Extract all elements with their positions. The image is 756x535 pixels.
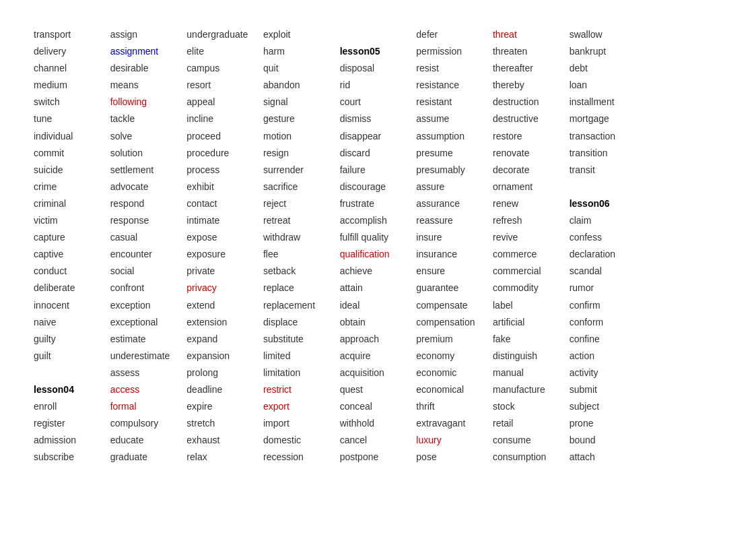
word-item: economical: [416, 382, 493, 398]
column-5: lesson05disposalridcourtdismissdisappear…: [340, 27, 417, 465]
word-item: activity: [570, 365, 646, 381]
word-item: expire: [186, 399, 263, 414]
word-item: campus: [186, 61, 263, 76]
word-item: obtain: [340, 315, 417, 330]
word-item: deadline: [186, 382, 263, 398]
word-item: contact: [186, 196, 263, 212]
word-item: extension: [186, 315, 263, 330]
word-item: harm: [263, 44, 340, 59]
word-item: thereby: [493, 77, 570, 93]
word-item: acquire: [340, 348, 417, 364]
word-item: declaration: [570, 247, 646, 262]
word-item: resort: [186, 77, 263, 93]
word-item: incline: [186, 111, 263, 127]
word-item: following: [110, 94, 187, 110]
word-item: disposal: [340, 61, 417, 76]
word-item: label: [493, 298, 570, 313]
word-item: discourage: [340, 179, 417, 195]
word-item: reassure: [416, 213, 493, 228]
word-item: confess: [570, 230, 646, 245]
word-item: threaten: [493, 44, 570, 59]
word-item: substitute: [263, 332, 340, 347]
word-item: fulfill quality: [340, 230, 417, 245]
word-item: refresh: [493, 213, 570, 228]
word-item: motion: [263, 129, 340, 144]
word-item: signal: [263, 94, 340, 110]
word-item: retail: [493, 416, 570, 431]
word-item: defer: [416, 27, 493, 42]
word-item: delivery: [34, 44, 110, 59]
word-item: economy: [416, 348, 493, 364]
word-item: frustrate: [340, 196, 417, 212]
word-item: fake: [493, 332, 570, 347]
word-item: elite: [186, 44, 263, 59]
word-item: withhold: [340, 416, 417, 431]
word-item: thrift: [416, 399, 493, 414]
word-item: social: [110, 263, 187, 279]
word-item: court: [340, 94, 417, 110]
word-item: cancel: [340, 433, 417, 448]
word-item: flee: [263, 247, 340, 262]
word-item: destruction: [493, 94, 570, 110]
word-item: admission: [34, 433, 110, 448]
word-item: debt: [570, 61, 646, 76]
word-item: advocate: [110, 179, 187, 195]
word-item: graduate: [110, 449, 187, 465]
word-item: postpone: [340, 449, 417, 465]
word-item: casual: [110, 230, 187, 245]
word-item: manufacture: [493, 382, 570, 398]
word-item: replace: [263, 280, 340, 296]
word-item: response: [110, 213, 187, 228]
word-item: switch: [34, 94, 110, 110]
word-item: abandon: [263, 77, 340, 93]
word-item: extend: [186, 298, 263, 313]
column-2: assignassignmentdesirablemeansfollowingt…: [110, 27, 187, 465]
word-item: qualification: [340, 247, 417, 262]
word-item: compensation: [416, 315, 493, 330]
word-item: discard: [340, 146, 417, 161]
word-item: commercial: [493, 263, 570, 279]
word-item: lesson04: [34, 382, 110, 398]
word-item: tune: [34, 111, 110, 127]
word-item: dismiss: [340, 111, 417, 127]
word-grid: transportdeliverychannelmediumswitchtune…: [34, 27, 722, 465]
word-item: settlement: [110, 162, 187, 178]
word-item: bankrupt: [570, 44, 646, 59]
word-item: solution: [110, 146, 187, 161]
word-item: deliberate: [34, 280, 110, 296]
word-item: confirm: [570, 298, 646, 313]
word-item: captive: [34, 247, 110, 262]
word-item: permission: [416, 44, 493, 59]
word-item: assumption: [416, 129, 493, 144]
word-item: renovate: [493, 146, 570, 161]
word-item: expansion: [186, 348, 263, 364]
word-item: renew: [493, 196, 570, 212]
word-item: action: [570, 348, 646, 364]
word-item: accomplish: [340, 213, 417, 228]
word-item: export: [263, 399, 340, 414]
word-item: thereafter: [493, 61, 570, 76]
word-item: insurance: [416, 247, 493, 262]
word-item: displace: [263, 315, 340, 330]
word-item: educate: [110, 433, 187, 448]
word-item: disappear: [340, 129, 417, 144]
word-item: prone: [570, 416, 646, 431]
word-item: innocent: [34, 298, 110, 313]
column-4: exploitharmquitabandonsignalgesturemotio…: [263, 27, 340, 465]
word-item: gesture: [263, 111, 340, 127]
word-item: confront: [110, 280, 187, 296]
word-item: commerce: [493, 247, 570, 262]
word-item: conceal: [340, 399, 417, 414]
word-item: criminal: [34, 196, 110, 212]
word-item: stock: [493, 399, 570, 414]
word-item: limited: [263, 348, 340, 364]
word-item: loan: [570, 77, 646, 93]
word-item: appeal: [186, 94, 263, 110]
word-item: distinguish: [493, 348, 570, 364]
word-item: manual: [493, 365, 570, 381]
word-item: rid: [340, 77, 417, 93]
word-item: commit: [34, 146, 110, 161]
word-item: swallow: [570, 27, 646, 42]
word-item: withdraw: [263, 230, 340, 245]
word-item: assess: [110, 365, 187, 381]
